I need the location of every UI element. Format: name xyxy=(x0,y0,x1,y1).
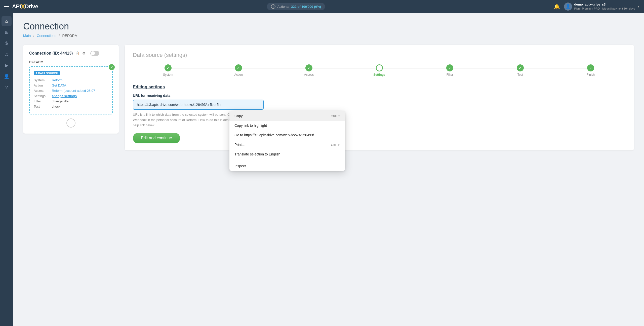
bell-icon[interactable]: 🔔 xyxy=(554,4,560,10)
ctx-item-goto[interactable]: Go to https://s3.apix-drive.com/web-hook… xyxy=(229,130,345,140)
hamburger-menu[interactable] xyxy=(4,5,9,8)
step-test: ✓ Test xyxy=(485,64,555,76)
ds-row-settings: Settings change settings xyxy=(34,94,108,98)
connection-toggle[interactable] xyxy=(90,51,99,56)
step-circle-action: ✓ xyxy=(235,64,242,71)
sidebar-item-home[interactable]: ⌂ xyxy=(2,16,12,26)
topnav: APIXDrive i Actions: 322 of 100'000 (0%)… xyxy=(0,0,644,13)
step-settings: Settings xyxy=(344,64,415,76)
url-input[interactable] xyxy=(133,100,264,110)
ds-value-test[interactable]: check xyxy=(52,105,60,108)
datasource-title: Data source (settings) xyxy=(133,52,626,58)
ctx-label-translate: Translate selection to English xyxy=(234,152,280,156)
topnav-center: i Actions: 322 of 100'000 (0%) xyxy=(38,3,554,10)
ctx-item-inspect[interactable]: Inspect xyxy=(229,161,345,171)
step-circle-settings xyxy=(376,64,383,71)
info-icon: i xyxy=(271,4,275,9)
ds-label-action: Action xyxy=(34,84,52,87)
sidebar-item-help[interactable]: ? xyxy=(2,83,12,93)
dropdown-arrow-icon: ▼ xyxy=(637,5,640,8)
ds-row-filter: Filter change filter xyxy=(34,99,108,103)
ds-value-access: Reform (account added 25.07 xyxy=(52,89,95,93)
step-circle-system: ✓ xyxy=(165,64,172,71)
ds-row-action: Action Get DATA xyxy=(34,84,108,87)
breadcrumb-sep1: / xyxy=(33,34,34,38)
ctx-item-print[interactable]: Print... Ctrl+P xyxy=(229,140,345,149)
ds-label-test: Test xyxy=(34,105,52,108)
user-plan: Plan | Premium PRO | left until payment … xyxy=(574,7,635,11)
breadcrumb-main[interactable]: Main xyxy=(23,34,31,38)
sidebar-item-billing[interactable]: $ xyxy=(2,38,12,48)
logo-api-text: API xyxy=(12,3,21,10)
ctx-item-copy-link[interactable]: Copy link to highlight xyxy=(229,121,345,130)
ds-row-test: Test check xyxy=(34,105,108,108)
content-area: Connection Main / Connections / REFORM C… xyxy=(13,13,644,326)
step-label-finish: Finish xyxy=(587,73,595,76)
main-layout: ⌂ ⊞ $ 🗂 ▶ 👤 ? Connection Main / Connecti… xyxy=(0,13,644,326)
sidebar: ⌂ ⊞ $ 🗂 ▶ 👤 ? xyxy=(0,13,13,326)
ctx-item-copy[interactable]: Copy Ctrl+C xyxy=(229,111,345,121)
ctx-divider xyxy=(229,160,345,160)
data-source-box: ✓ 1 DATA SOURCE System Reform Action Get… xyxy=(29,66,113,114)
topnav-left: APIXDrive xyxy=(4,3,38,10)
actions-label: Actions: xyxy=(277,5,289,9)
edit-continue-button[interactable]: Edit and continue xyxy=(133,133,180,143)
right-card: Data source (settings) ✓ System ✓ Action… xyxy=(125,45,634,150)
actions-badge: i Actions: 322 of 100'000 (0%) xyxy=(267,3,325,10)
step-label-action: Action xyxy=(234,73,243,76)
ctx-label-inspect: Inspect xyxy=(234,164,246,168)
step-access: ✓ Access xyxy=(274,64,344,76)
card-header-icons: 📋 ⚙ xyxy=(75,51,86,56)
ctx-item-translate[interactable]: Translate selection to English xyxy=(229,149,345,159)
ds-label-filter: Filter xyxy=(34,99,52,103)
user-avatar: 👤 xyxy=(564,3,572,11)
actions-count: 322 of 100'000 (0%) xyxy=(291,5,321,9)
sidebar-item-grid[interactable]: ⊞ xyxy=(2,27,12,37)
user-info[interactable]: 👤 demo_apix-drive_s3 Plan | Premium PRO … xyxy=(564,2,640,11)
ds-check-icon: ✓ xyxy=(109,64,115,70)
ds-value-settings[interactable]: change settings xyxy=(52,94,77,98)
settings-icon[interactable]: ⚙ xyxy=(81,51,86,56)
breadcrumb-connections[interactable]: Connections xyxy=(37,34,56,38)
add-button[interactable]: + xyxy=(66,118,75,128)
ds-label-access: Access xyxy=(34,89,52,93)
step-label-settings: Settings xyxy=(373,73,385,76)
page-title: Connection xyxy=(23,21,634,32)
ctx-shortcut-copy: Ctrl+C xyxy=(331,114,340,118)
step-finish: ✓ Finish xyxy=(555,64,626,76)
step-action: ✓ Action xyxy=(203,64,274,76)
copy-icon[interactable]: 📋 xyxy=(75,51,80,56)
step-filter: ✓ Filter xyxy=(415,64,485,76)
ds-row-system: System Reform xyxy=(34,78,108,82)
steps-bar: ✓ System ✓ Action ✓ Access Settings xyxy=(133,64,626,76)
ds-title: 1 DATA SOURCE xyxy=(34,71,60,75)
ctx-shortcut-print: Ctrl+P xyxy=(331,143,340,147)
sidebar-item-user[interactable]: 👤 xyxy=(2,71,12,82)
editing-settings-title: Editing settings xyxy=(133,85,626,90)
sidebar-item-files[interactable]: 🗂 xyxy=(2,49,12,59)
ctx-label-copy-link: Copy link to highlight xyxy=(234,124,267,128)
user-name: demo_apix-drive_s3 xyxy=(574,2,635,7)
step-circle-access: ✓ xyxy=(305,64,312,71)
ds-label-system: System xyxy=(34,78,52,82)
ctx-label-copy: Copy xyxy=(234,114,243,118)
step-label-filter: Filter xyxy=(447,73,453,76)
step-circle-filter: ✓ xyxy=(446,64,453,71)
card-header: Connection (ID: 44413) 📋 ⚙ xyxy=(29,51,113,56)
ds-value-filter[interactable]: change filter xyxy=(52,99,70,103)
ctx-label-print: Print... xyxy=(234,143,245,147)
url-input-wrapper xyxy=(133,100,626,110)
ds-value-action: Get DATA xyxy=(52,84,66,87)
context-menu: Copy Ctrl+C Copy link to highlight Go to… xyxy=(229,111,345,171)
ctx-label-goto: Go to https://s3.apix-drive.com/web-hook… xyxy=(234,133,317,137)
breadcrumb: Main / Connections / REFORM xyxy=(23,34,634,38)
step-circle-finish: ✓ xyxy=(587,64,594,71)
user-details: demo_apix-drive_s3 Plan | Premium PRO | … xyxy=(574,2,635,11)
logo: APIXDrive xyxy=(12,3,38,10)
datasource-title-main: Data source xyxy=(133,52,163,58)
url-field-label: URL for receiving data xyxy=(133,94,626,98)
sidebar-item-play[interactable]: ▶ xyxy=(2,60,12,70)
reform-label: REFORM xyxy=(29,60,113,64)
logo-x-text: X xyxy=(21,3,25,10)
breadcrumb-sep2: / xyxy=(59,34,60,38)
